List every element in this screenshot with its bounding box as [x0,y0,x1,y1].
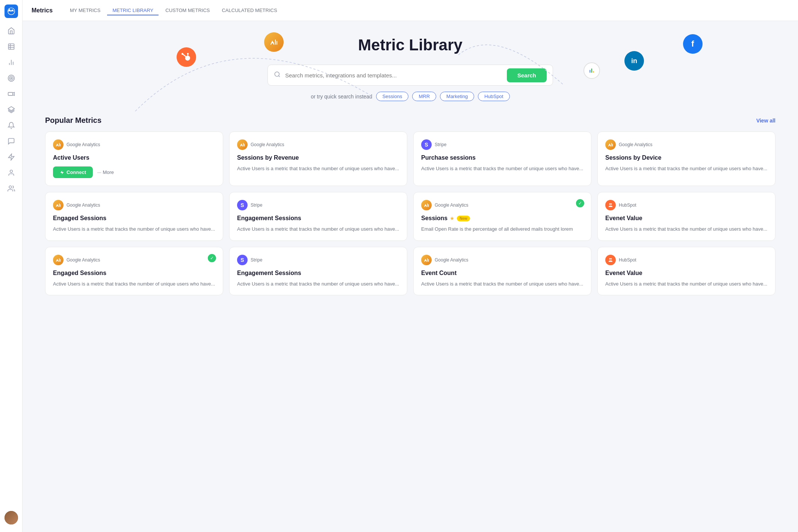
provider-icon-hubspot [605,200,616,210]
connect-button[interactable]: Connect [53,166,93,178]
svg-point-23 [609,258,611,260]
metric-desc: Active Users is a metric that tracks the… [605,225,768,233]
provider-icon-ga [605,139,616,150]
metric-desc: Active Users is a metric that tracks the… [605,280,768,288]
provider-icon-ga [53,200,63,210]
metric-card-engaged-sessions: Google Analytics Engaged Sessions Active… [45,192,223,241]
provider-icon-stripe: S [421,139,432,150]
sidebar-icon-chat[interactable] [5,135,18,148]
svg-point-21 [609,203,611,205]
metric-desc: Active Users is a metric that tracks the… [237,165,399,172]
svg-marker-14 [8,154,14,160]
metric-card-purchase-sessions: S Stripe Purchase sessions Active Users … [413,131,591,186]
tab-metric-library[interactable]: METRIC LIBRARY [107,5,159,15]
metric-card-sessions-revenue: Google Analytics Sessions by Revenue Act… [229,131,407,186]
card-header: Google Analytics [237,139,399,150]
search-bar: Search [268,65,553,86]
svg-rect-1 [8,44,14,50]
provider-icon-hubspot [605,255,616,265]
card-header: HubSpot [605,255,768,265]
provider-icon-ga [421,200,432,210]
quick-search: or try quick search instead Sessions MRR… [45,92,775,101]
checkmark-badge: ✓ [576,199,584,207]
topnav-title: Metrics [32,7,53,14]
metric-name: Engagement Sessions [237,215,399,222]
svg-point-22 [611,203,612,205]
search-button[interactable]: Search [507,68,547,82]
hero-title: Metric Library [45,36,775,54]
sidebar-icon-flash[interactable] [5,150,18,164]
new-badge: New [457,216,470,221]
sidebar-icon-group[interactable] [5,182,18,195]
provider-name: Google Analytics [435,203,468,208]
star-icon: ★ [450,215,455,221]
sidebar-icon-table[interactable] [5,40,18,53]
metric-card-engagement-sessions-2: S Stripe Engagement Sessions Active User… [229,247,407,296]
provider-icon-stripe: S [237,200,248,210]
provider-name: HubSpot [619,203,636,208]
popular-metrics-section: Popular Metrics View all Google Analytic… [45,116,775,295]
sidebar-icon-layers[interactable] [5,103,18,116]
metric-desc: Active Users is a metric that tracks the… [237,225,399,233]
metric-desc: Active Users is a metric that tracks the… [421,165,583,172]
section-header: Popular Metrics View all [45,116,775,125]
quick-tag-hubspot[interactable]: HubSpot [478,92,510,101]
svg-rect-11 [8,92,13,95]
metric-name: Engaged Sessions [53,270,215,277]
section-title: Popular Metrics [45,116,101,125]
svg-point-16 [9,186,12,189]
provider-name: Google Analytics [435,257,468,263]
metrics-row-2: Google Analytics Engaged Sessions Active… [45,192,775,241]
provider-name: Google Analytics [66,203,100,208]
provider-icon-ga [53,255,63,265]
metric-card-evenet-value-2: HubSpot Evenet Value Active Users is a m… [597,247,775,296]
search-input[interactable] [285,72,502,79]
search-icon [274,71,281,79]
svg-point-24 [611,258,612,260]
svg-marker-20 [60,171,64,174]
metric-card-evenet-value: HubSpot Evenet Value Active Users is a m… [597,192,775,241]
metrics-row-3: ✓ Google Analytics Engaged Sessions Acti… [45,247,775,296]
ga2-float-icon [583,62,600,79]
metric-name: Engagement Sessions [237,270,399,277]
tab-my-metrics[interactable]: MY METRICS [65,5,106,15]
quick-tag-mrr[interactable]: MRR [412,92,436,101]
tab-custom-metrics[interactable]: CUSTOM METRICS [160,5,215,15]
sidebar-icon-home[interactable] [5,24,18,38]
metric-name: Sessions by Revenue [237,154,399,161]
metric-desc: Active Users is a metric that tracks the… [605,165,768,172]
more-button[interactable]: ··· More [97,169,114,175]
provider-name: Google Analytics [251,142,284,147]
metrics-row-1: Google Analytics Active Users Connect ··… [45,131,775,186]
sidebar-icon-person[interactable] [5,166,18,180]
metric-desc: Active Users is a metric that tracks the… [53,280,215,288]
sidebar-icon-bell[interactable] [5,119,18,132]
topnav-tabs: MY METRICS METRIC LIBRARY CUSTOM METRICS… [65,5,283,15]
quick-tag-sessions[interactable]: Sessions [376,92,409,101]
sidebar-icon-target[interactable] [5,71,18,85]
topnav: Metrics MY METRICS METRIC LIBRARY CUSTOM… [23,0,798,21]
quick-search-label: or try quick search instead [311,94,372,100]
provider-name: Google Analytics [66,257,100,263]
quick-tag-marketing[interactable]: Marketing [440,92,474,101]
tab-calculated-metrics[interactable]: CALCULATED METRICS [216,5,282,15]
card-header: Google Analytics [421,200,583,210]
card-header: HubSpot [605,200,768,210]
card-header: S Stripe [421,139,583,150]
provider-name: Stripe [251,203,262,208]
metric-desc: Email Open Rate is the percentage of all… [421,225,583,233]
metric-name: Evenet Value [605,270,768,277]
metric-desc: Active Users is a metric that tracks the… [53,225,215,233]
view-all-link[interactable]: View all [756,118,775,124]
metric-name: Sessions [421,215,447,222]
provider-name: Stripe [251,257,262,263]
user-avatar[interactable] [5,511,18,524]
metric-name: Sessions by Device [605,154,768,161]
sidebar-icon-video[interactable] [5,87,18,101]
sidebar-icon-chart[interactable] [5,56,18,69]
app-logo[interactable] [5,5,18,18]
metric-card-event-count: Google Analytics Event Count Active User… [413,247,591,296]
content-area: in f Metric Library Search [23,21,798,532]
provider-name: Stripe [435,142,446,147]
metric-card-active-users: Google Analytics Active Users Connect ··… [45,131,223,186]
